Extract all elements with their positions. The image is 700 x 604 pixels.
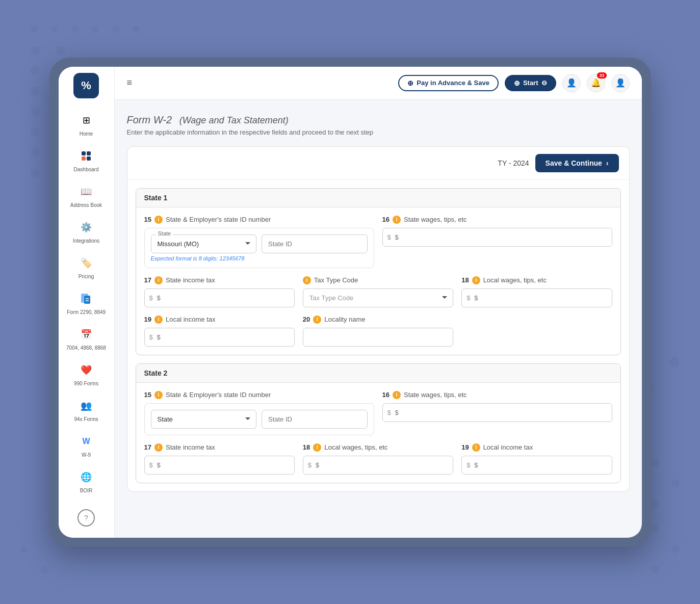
sidebar-item-7004-label: 7004, 4868, 8868 (66, 345, 106, 351)
field-16-number: 16 (382, 216, 390, 223)
sidebar-item-dashboard-label: Dashboard (74, 167, 99, 173)
field-19-info-icon[interactable]: i (154, 316, 163, 324)
ty-label: TY - 2024 (498, 159, 529, 167)
state2-income-tax-input[interactable] (144, 456, 295, 475)
state2-field-17-info-icon[interactable]: i (154, 443, 163, 452)
state1-section: State 1 15 i State & Employer's state ID… (136, 188, 621, 355)
contacts-icon-button[interactable]: 👤 (562, 74, 581, 92)
svg-rect-5 (84, 296, 90, 304)
state2-field-18-info-icon[interactable]: i (313, 443, 321, 452)
state1-header: State 1 (136, 189, 620, 207)
sidebar-item-w9[interactable]: W W-9 (59, 428, 114, 463)
sidebar-item-home-label: Home (80, 131, 93, 137)
state2-field-16-info-icon[interactable]: i (393, 391, 401, 399)
page-title: Form W-2 (Wage and Tax Statement) (127, 112, 630, 126)
tax-type-container: i Tax Type Code Tax Type Code A B (303, 276, 453, 307)
arrow-right-icon: › (606, 159, 609, 167)
app-logo[interactable]: % (73, 73, 99, 98)
menu-icon[interactable]: ≡ (127, 77, 133, 88)
sidebar-item-dashboard[interactable]: Dashboard (59, 142, 114, 178)
state2-wages-input[interactable] (382, 403, 612, 422)
field-17-number: 17 (144, 276, 151, 284)
page-subtitle: Enter the applicable information in the … (127, 128, 630, 136)
sidebar-item-94x[interactable]: 👥 94x Forms (59, 392, 114, 428)
sidebar-item-address-book[interactable]: 📖 Address Book (59, 178, 114, 214)
pay-advance-button[interactable]: ⊕ Pay in Advance & Save (398, 75, 499, 91)
field-15-container: 15 i State & Employer's state ID number … (144, 216, 374, 268)
help-icon: ? (77, 509, 95, 527)
form990-icon: ❤️ (77, 361, 95, 379)
dashboard-icon (77, 147, 95, 165)
state2-field-19-info-icon[interactable]: i (472, 443, 480, 452)
sidebar-item-boir[interactable]: 🌐 BOIR (59, 463, 114, 499)
sidebar-item-help[interactable]: ? (59, 504, 114, 532)
field-18-info-icon[interactable]: i (472, 276, 480, 284)
field-20-number: 20 (303, 316, 310, 323)
sidebar-item-990[interactable]: ❤️ 990 Forms (59, 356, 114, 392)
contacts-icon: 👤 (566, 78, 577, 88)
sidebar-item-7004[interactable]: 📅 7004, 4868, 8868 (59, 321, 114, 356)
boir-icon: 🌐 (77, 468, 95, 486)
sidebar-item-94x-label: 94x Forms (74, 416, 98, 423)
notification-icon-button[interactable]: 🔔 33 (587, 74, 605, 92)
field-20-container: 20 i Locality name (303, 316, 453, 347)
state2-field-15-number: 15 (144, 391, 151, 399)
state2-state-select[interactable]: State Missouri (MO) California (CA) New … (151, 410, 257, 429)
user-icon-button[interactable]: 👤 (611, 74, 630, 92)
sidebar-item-integrations[interactable]: ⚙️ Integrations (59, 214, 114, 249)
state-income-tax-input[interactable] (144, 288, 295, 307)
inner-container: % ⊞ Home Dashboard 📖 Add (59, 67, 642, 538)
field-19-container: 19 i Local income tax (144, 316, 295, 347)
state2-state-id-input[interactable] (262, 410, 368, 429)
state-select[interactable]: Missouri (MO) Alabama (AL) Alaska (AK) C… (151, 234, 257, 253)
tax-type-select[interactable]: Tax Type Code A B (303, 288, 453, 307)
state-id-input-1[interactable] (262, 234, 368, 253)
field-20-label: Locality name (324, 316, 365, 323)
main-content: ≡ ⊕ Pay in Advance & Save ⊕ Start ⊖ 👤 (115, 67, 642, 538)
locality-name-input[interactable] (303, 328, 453, 347)
sidebar-item-pricing[interactable]: 🏷️ Pricing (59, 249, 114, 285)
pricing-icon: 🏷️ (77, 254, 95, 272)
state2-field-17-label: State income tax (166, 443, 215, 451)
field-15-label: State & Employer's state ID number (166, 216, 271, 223)
home-icon: ⊞ (77, 112, 95, 129)
sidebar-item-integrations-label: Integrations (73, 238, 99, 244)
local-income-tax-input[interactable] (144, 328, 295, 347)
form94x-icon: 👥 (77, 397, 95, 414)
state-select-wrapper: State Missouri (MO) Alabama (AL) Alaska … (151, 234, 257, 253)
state2-field-15-info-icon[interactable]: i (154, 391, 163, 399)
form7004-icon: 📅 (77, 326, 95, 343)
field-16-container: 16 i State wages, tips, etc (382, 216, 612, 268)
svg-rect-0 (82, 151, 86, 155)
sidebar-item-990-label: 990 Forms (74, 381, 98, 387)
address-book-icon: 📖 (77, 183, 95, 200)
state2-local-income-input[interactable] (461, 456, 612, 475)
field-20-info-icon[interactable]: i (313, 316, 321, 324)
state2-field-18-container: 18 i Local wages, tips, etc (303, 443, 453, 475)
state2-field-17-number: 17 (144, 443, 151, 451)
sidebar-item-home[interactable]: ⊞ Home (59, 107, 114, 142)
field-18-number: 18 (461, 276, 469, 284)
form2290-icon (77, 290, 95, 307)
integrations-icon: ⚙️ (77, 219, 95, 236)
state2-field-15-container: 15 i State & Employer's state ID number … (144, 391, 374, 435)
field-17-label: State income tax (166, 276, 215, 284)
field-18-container: 18 i Local wages, tips, etc (461, 276, 612, 307)
form-header: TY - 2024 Save & Continue › (127, 147, 629, 180)
w9-icon: W (77, 433, 95, 450)
sidebar-item-pricing-label: Pricing (79, 274, 94, 280)
start-button[interactable]: ⊕ Start ⊖ (505, 75, 556, 91)
state2-local-wages-input[interactable] (303, 456, 453, 475)
state2-field-19-container: 19 i Local income tax (461, 443, 612, 475)
local-wages-input[interactable] (461, 288, 612, 307)
field-15-info-icon[interactable]: i (154, 216, 163, 224)
sidebar-item-form2290[interactable]: Form 2290, 8849 (59, 285, 114, 321)
tax-type-info-icon[interactable]: i (303, 276, 311, 284)
state-wages-input[interactable] (382, 228, 612, 247)
field-17-info-icon[interactable]: i (154, 276, 163, 284)
field-16-info-icon[interactable]: i (393, 216, 401, 224)
save-continue-button[interactable]: Save & Continue › (535, 154, 619, 172)
bell-icon: 🔔 (591, 78, 601, 88)
tax-type-label: Tax Type Code (314, 276, 358, 284)
page-content: Form W-2 (Wage and Tax Statement) Enter … (115, 100, 642, 538)
